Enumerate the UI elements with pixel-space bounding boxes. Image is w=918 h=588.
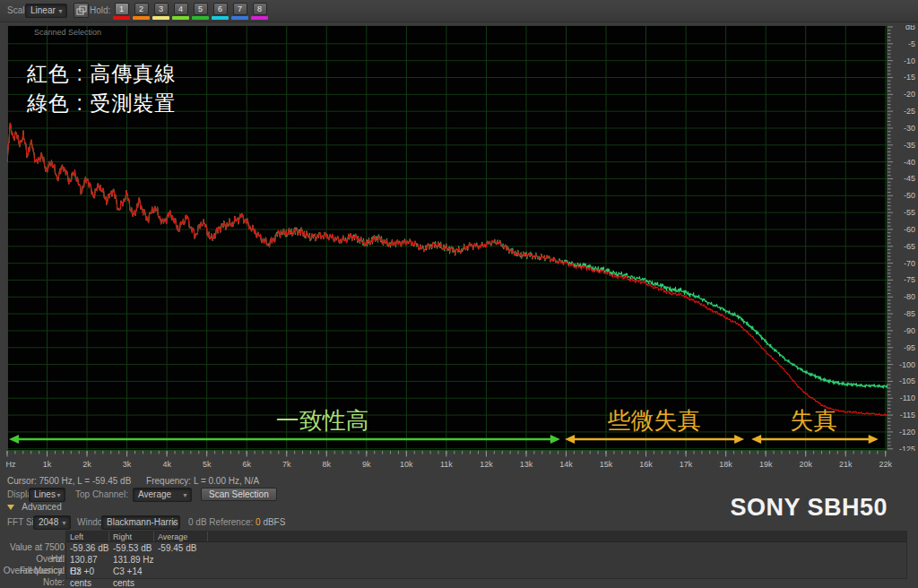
region-label: 失真 [791,407,837,434]
scale-dropdown-value: Linear [30,5,56,15]
scan-selection-button[interactable]: Scan Selection [201,488,277,501]
x-axis-tick-label: 3k [123,460,132,469]
top-channel-dropdown-value: Average [138,489,171,499]
x-axis-tick-label: 10k [400,460,413,469]
region-label: 一致性高 [276,407,369,434]
spectrum-panel: 一致性高些微失真失真 Scanned Selection 紅色 : 高傳真線 綠… [0,22,918,473]
legend-green-line: 綠色 : 受測裝置 [27,89,176,118]
window-dropdown-value: Blackmann-Harris [107,517,178,527]
scale-dropdown[interactable]: Linear ▼ [25,4,67,18]
cursor-readout: Cursor: 7500 Hz, L = -59.45 dB [7,476,131,486]
note-right: C3 +14 cents [109,566,154,577]
note-average [154,566,208,577]
hold-cell: 7 [231,3,248,20]
hold-color-swatch [212,16,229,20]
region-label: 些微失真 [607,407,700,434]
x-axis-tick-label: 7k [282,460,291,469]
stats-table: Left Right Average -59.36 dB -59.53 dB -… [65,531,907,579]
frequency-ruler[interactable]: Hz1k2k3k4k5k6k7k8k9k10k11k12k13k14k15k16… [0,451,918,473]
arrow-left-head-icon [9,435,19,444]
value-left: -59.36 dB [66,542,109,554]
x-axis-tick-label: 21k [839,460,853,469]
hold-color-swatch [231,16,248,20]
freq-left: 130.87 Hz [66,554,109,566]
y-axis-tick-label: -85 [904,309,915,318]
chevron-down-icon: ▼ [56,489,62,502]
y-axis-tick-label: -5 [908,39,915,48]
x-axis-tick-label: 8k [323,460,332,469]
series-green-curve [7,123,888,388]
hold-button-5[interactable]: 5 [194,3,208,15]
hold-button-3[interactable]: 3 [154,3,169,15]
x-axis-tick-label: 11k [440,460,453,469]
chevron-down-icon: ▼ [57,5,64,18]
hold-label: Hold: [90,5,110,15]
hold-button-4[interactable]: 4 [174,3,188,15]
y-axis-tick-label: -15 [904,73,915,82]
y-axis-tick-label: -115 [900,411,915,419]
hold-button-8[interactable]: 8 [253,3,267,15]
freq-right: 131.89 Hz [109,554,154,566]
x-axis-tick-label: 13k [520,460,533,469]
arrow-left-head-icon [751,435,761,444]
display-dropdown[interactable]: Lines ▼ [29,488,65,502]
spectrum-plot[interactable]: 一致性高些微失真失真 Scanned Selection 紅色 : 高傳真線 綠… [7,25,888,451]
hold-cell: 6 [212,3,229,20]
hold-button-6[interactable]: 6 [213,3,228,15]
reference-label: 0 dB Reference: [188,517,253,527]
plot-title: Scanned Selection [34,28,101,37]
table-row: -59.36 dB -59.53 dB -59.45 dB [66,542,906,554]
x-axis-tick-label: 2k [82,460,91,469]
note-left: C3 +0 cents [66,566,109,577]
db-ruler[interactable]: dB-5-10-15-20-25-30-35-40-45-50-55-60-65… [888,25,918,451]
hold-buttons: 12345678 [113,3,268,20]
y-axis-tick-label: -65 [904,242,915,251]
hold-color-swatch [133,16,150,20]
frequency-readout: Frequency: L = 0.00 Hz, N/A [146,476,259,486]
stats-label-frequency: Overall Frequency: [0,553,65,565]
chevron-down-icon: ▼ [61,517,67,530]
legend: 紅色 : 高傳真線 綠色 : 受測裝置 [27,59,176,118]
x-axis-tick-label: 1k [43,460,52,469]
y-axis-tick-label: -50 [904,191,915,200]
fft-size-dropdown[interactable]: 2048 ▼ [33,515,71,530]
hold-color-swatch [152,16,169,20]
x-axis-tick-label: 16k [639,460,653,469]
fft-size-dropdown-value: 2048 [39,517,58,527]
freq-average [154,554,208,566]
chevron-down-icon: ▼ [170,517,177,530]
reference-value: 0 [255,517,261,527]
table-row: 130.87 Hz 131.89 Hz [66,554,906,566]
x-axis-tick-label: 19k [759,460,773,469]
device-name: SONY SBH50 [730,494,888,522]
cursor-status: Cursor: 7500 Hz, L = -59.45 dB Frequency… [7,476,259,486]
table-row: C3 +0 cents C3 +14 cents [66,566,906,577]
x-axis-tick-label: 15k [600,460,613,469]
hold-button-1[interactable]: 1 [115,3,129,15]
overlapping-frames-icon [74,4,88,17]
x-axis-tick-label: Hz [6,460,16,469]
stats-label-value: Value at 7500 Hz: [0,541,65,553]
value-average: -59.45 dB [154,542,208,554]
stats-header-row: Left Right Average [66,532,906,542]
hold-button-7[interactable]: 7 [233,3,247,15]
hold-button-2[interactable]: 2 [134,3,149,15]
y-axis-tick-label: -105 [899,376,915,385]
y-axis-tick-label: -10 [904,56,915,65]
hold-cell: 4 [172,3,189,20]
y-axis-tick-label: -120 [899,428,915,437]
top-channel-row: Top Channel: [75,489,128,499]
detach-panel-button[interactable] [74,3,89,18]
hold-color-swatch [113,16,130,20]
advanced-disclosure[interactable]: Advanced [7,502,62,512]
disclosure-triangle-icon [7,505,14,510]
stats-header-average: Average [154,532,208,541]
hold-cell: 8 [251,3,268,20]
window-dropdown[interactable]: Blackmann-Harris ▼ [101,515,180,530]
value-right: -59.53 dB [109,542,154,554]
stats-row-labels: Value at 7500 Hz: Overall Frequency: Ove… [0,531,65,576]
x-axis-tick-label: 20k [799,460,812,469]
top-channel-dropdown[interactable]: Average ▼ [133,488,192,502]
toolbar: Scale: Linear ▼ Hold: 12345678 [0,0,918,22]
hold-cell: 2 [133,3,150,20]
